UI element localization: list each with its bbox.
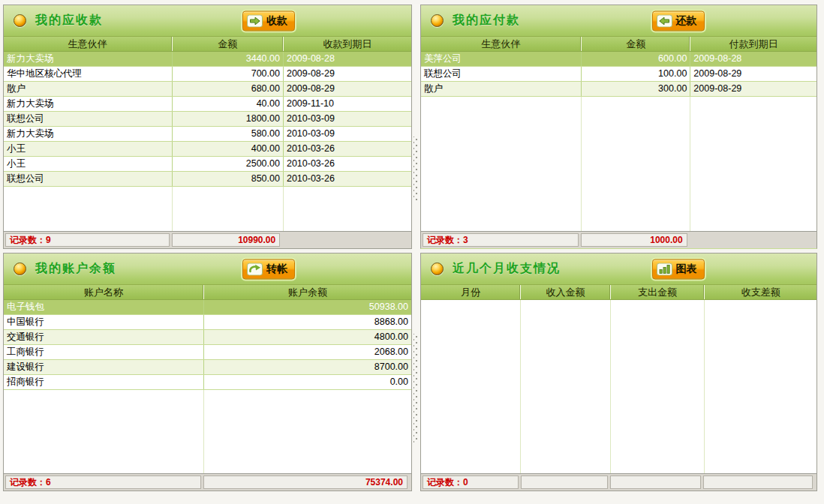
panel-title: 我的账户余额 bbox=[35, 261, 116, 277]
column-header[interactable]: 生意伙伴 bbox=[421, 37, 581, 51]
panel-balances: 我的账户余额 转帐 账户名称账户余额 电子钱包50938.00中国银行8868.… bbox=[3, 253, 412, 491]
titlebar-payables: 我的应付款 还款 bbox=[421, 5, 816, 37]
column-header[interactable]: 收支差额 bbox=[704, 285, 816, 299]
column-header[interactable]: 收入金额 bbox=[520, 285, 610, 299]
table-row[interactable]: 联想公司100.002009-08-29 bbox=[421, 67, 816, 82]
footer-box bbox=[610, 476, 701, 489]
table-cell: 联想公司 bbox=[4, 172, 172, 186]
table-cell bbox=[520, 300, 610, 473]
column-header[interactable]: 收款到期日 bbox=[283, 37, 411, 51]
total-amount: 1000.00 bbox=[581, 233, 687, 247]
table-row[interactable]: 中国银行8868.00 bbox=[4, 315, 411, 330]
table-empty-area bbox=[421, 97, 816, 231]
table-cell: 新力大卖场 bbox=[4, 127, 172, 141]
table-footer: 记录数：910990.00 bbox=[4, 231, 411, 248]
table-cell: 散户 bbox=[4, 82, 172, 96]
table-cell: 中国银行 bbox=[4, 315, 203, 329]
bar-chart-icon bbox=[657, 262, 672, 275]
table-row[interactable]: 工商银行2068.00 bbox=[4, 345, 411, 360]
table-cell: 华中地区核心代理 bbox=[4, 67, 172, 81]
table-cell: 850.00 bbox=[172, 172, 283, 186]
table-row[interactable]: 小王2500.002010-03-26 bbox=[4, 157, 411, 172]
table-row[interactable]: 招商银行0.00 bbox=[4, 375, 411, 390]
table-row[interactable]: 建设银行8700.00 bbox=[4, 360, 411, 375]
column-header[interactable]: 支出金额 bbox=[610, 285, 704, 299]
table-cell: 2010-03-09 bbox=[283, 127, 411, 141]
table-cell: 联想公司 bbox=[4, 112, 172, 126]
table-cell: 2068.00 bbox=[203, 345, 411, 359]
table-cell: 100.00 bbox=[581, 67, 690, 81]
table-cell: 工商银行 bbox=[4, 345, 203, 359]
table-cell bbox=[610, 300, 704, 473]
titlebar-receivables: 我的应收款 收款 bbox=[4, 5, 411, 37]
table-cell bbox=[172, 187, 283, 231]
table-cell: 新力大卖场 bbox=[4, 52, 172, 66]
column-header[interactable]: 金额 bbox=[172, 37, 283, 51]
table-row[interactable]: 交通银行4800.00 bbox=[4, 330, 411, 345]
transfer-button[interactable]: 转帐 bbox=[242, 259, 295, 279]
column-header[interactable]: 月份 bbox=[421, 285, 520, 299]
table-cell bbox=[421, 97, 581, 231]
button-label: 还款 bbox=[676, 14, 697, 28]
splitter-handle[interactable] bbox=[414, 334, 419, 443]
table-row[interactable]: 散户300.002009-08-29 bbox=[421, 82, 816, 97]
table-row[interactable]: 散户680.002009-08-29 bbox=[4, 82, 411, 97]
table-cell: 招商银行 bbox=[4, 375, 203, 389]
table-cell bbox=[4, 187, 172, 231]
repay-button[interactable]: 还款 bbox=[652, 10, 705, 31]
table-cell: 电子钱包 bbox=[4, 300, 203, 314]
table-cell bbox=[581, 97, 690, 231]
column-header[interactable]: 金额 bbox=[581, 37, 690, 51]
table-row[interactable]: 新力大卖场3440.002009-08-28 bbox=[4, 52, 411, 67]
record-count: 记录数：6 bbox=[5, 476, 201, 489]
table-cell: 40.00 bbox=[172, 97, 283, 111]
column-header[interactable]: 账户余额 bbox=[203, 285, 411, 299]
table-cell: 2009-11-10 bbox=[283, 97, 411, 111]
table-cell: 2009-08-29 bbox=[690, 67, 816, 81]
transfer-arrow-icon bbox=[247, 262, 263, 275]
table-cell: 580.00 bbox=[172, 127, 283, 141]
table-cell bbox=[690, 97, 816, 231]
table-cell: 2009-08-29 bbox=[283, 67, 411, 81]
table-row[interactable]: 华中地区核心代理700.002009-08-29 bbox=[4, 67, 411, 82]
table-row[interactable]: 美萍公司600.002009-08-28 bbox=[421, 52, 816, 67]
table-cell bbox=[4, 390, 203, 473]
table-cell: 散户 bbox=[421, 82, 581, 96]
footer-box bbox=[703, 476, 813, 489]
column-header[interactable]: 账户名称 bbox=[4, 285, 203, 299]
table-cell: 交通银行 bbox=[4, 330, 203, 344]
column-header[interactable]: 生意伙伴 bbox=[4, 37, 172, 51]
table-row[interactable]: 电子钱包50938.00 bbox=[4, 300, 411, 315]
arrow-right-icon bbox=[247, 14, 263, 27]
table-row[interactable]: 新力大卖场580.002010-03-09 bbox=[4, 127, 411, 142]
table-row[interactable]: 新力大卖场40.002009-11-10 bbox=[4, 97, 411, 112]
total-amount: 10990.00 bbox=[172, 233, 280, 247]
table-row[interactable]: 联想公司850.002010-03-26 bbox=[4, 172, 411, 187]
table-header: 月份收入金额支出金额收支差额 bbox=[421, 285, 816, 300]
table-footer: 记录数：675374.00 bbox=[4, 473, 411, 490]
panel-payables: 我的应付款 还款 生意伙伴金额付款到期日 美萍公司600.002009-08-2… bbox=[420, 4, 817, 249]
table-empty-area bbox=[4, 187, 411, 231]
table-cell: 2009-08-29 bbox=[283, 82, 411, 96]
table-cell: 4800.00 bbox=[203, 330, 411, 344]
table-cell: 680.00 bbox=[172, 82, 283, 96]
table-empty-area bbox=[421, 300, 816, 473]
total-amount: 75374.00 bbox=[203, 476, 407, 489]
record-count: 记录数：0 bbox=[423, 476, 519, 489]
table-header: 生意伙伴金额付款到期日 bbox=[421, 37, 816, 52]
column-header[interactable]: 付款到期日 bbox=[690, 37, 816, 51]
table-header: 账户名称账户余额 bbox=[4, 285, 411, 300]
table-cell bbox=[704, 300, 816, 473]
titlebar-monthly: 近几个月收支情况 图表 bbox=[421, 254, 816, 285]
table-row[interactable]: 小王400.002010-03-26 bbox=[4, 142, 411, 157]
vertical-splitter[interactable] bbox=[412, 4, 420, 491]
table-body: 美萍公司600.002009-08-28联想公司100.002009-08-29… bbox=[421, 52, 816, 231]
chart-button[interactable]: 图表 bbox=[652, 259, 705, 279]
panel-monthly: 近几个月收支情况 图表 月份收入金额支出金额收支差额 记录数：0 bbox=[420, 253, 817, 491]
orb-icon bbox=[14, 14, 26, 27]
table-cell bbox=[283, 187, 411, 231]
receive-button[interactable]: 收款 bbox=[242, 10, 295, 31]
panel-title: 我的应收款 bbox=[35, 13, 103, 28]
splitter-handle[interactable] bbox=[414, 136, 419, 201]
table-row[interactable]: 联想公司1800.002010-03-09 bbox=[4, 112, 411, 127]
